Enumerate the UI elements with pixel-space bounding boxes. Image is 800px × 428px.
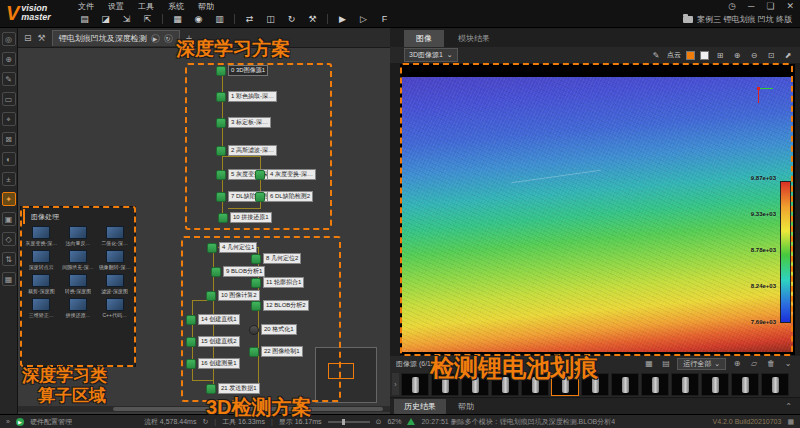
thumbnail[interactable] — [491, 373, 519, 396]
expand-icon[interactable]: » — [6, 418, 10, 425]
export-icon[interactable]: ⇱ — [141, 14, 154, 24]
thumbnail[interactable] — [761, 373, 789, 396]
location-icon[interactable]: ⊕ — [2, 52, 16, 66]
thumbnail[interactable] — [581, 373, 609, 396]
collapse-panel-icon[interactable]: ⌃ — [785, 402, 792, 411]
flow-node[interactable]: 15 创建直线2 — [186, 336, 240, 347]
fit-view-icon[interactable]: ⊞ — [714, 51, 726, 60]
operator-item[interactable]: 转换-深度图 — [61, 274, 96, 294]
flow-node[interactable]: 9 BLOB分析1 — [211, 266, 265, 277]
run-all-button[interactable]: 运行全部⌄ — [677, 358, 726, 370]
thumbnail[interactable] — [401, 373, 429, 396]
thumbnail[interactable] — [521, 373, 549, 396]
grid-view-icon[interactable]: ▦ — [643, 359, 655, 368]
color-icon[interactable]: ◐ — [2, 152, 16, 166]
scrollbar-thumb[interactable] — [113, 407, 383, 411]
minimize-button[interactable]: ─ — [748, 1, 754, 11]
thumbnail[interactable] — [731, 373, 759, 396]
display-icon[interactable]: ▦ — [2, 272, 16, 286]
operator-item[interactable]: 镜像翻转-深… — [97, 250, 132, 270]
flow-tab[interactable]: 锂电划痕凹坑及深度检测 ▶ ↻ — [52, 30, 180, 46]
tab-history-result[interactable]: 历史结果 — [394, 399, 446, 414]
logic-icon[interactable]: ◇ — [2, 232, 16, 246]
operator-item[interactable]: 裁剪-深度图 — [24, 274, 59, 294]
recognition-icon[interactable]: ⊠ — [2, 132, 16, 146]
one-to-one-icon[interactable]: ⊡ — [765, 51, 777, 60]
flow-canvas[interactable]: 0 3D图像源1 1 彩色抽取-深… 3 标定板-深… 2 高斯滤波-深… 5 … — [18, 48, 390, 414]
close-button[interactable]: ✕ — [786, 1, 794, 11]
chart-icon[interactable]: ▣ — [2, 212, 16, 226]
save-strip-icon[interactable]: ▤ — [660, 359, 672, 368]
thumbnail[interactable] — [701, 373, 729, 396]
menu-help[interactable]: 帮助 — [198, 1, 214, 12]
add-image-button[interactable]: ⊕ — [731, 359, 743, 368]
run-all-icon[interactable]: ▶ — [336, 14, 349, 24]
flow-node[interactable]: 4 灰度变换-深… — [255, 169, 316, 180]
tray-icon[interactable]: ▦ — [787, 418, 794, 426]
flow-node[interactable]: 4 几何定位1 — [207, 242, 257, 253]
function-icon[interactable]: F — [378, 14, 391, 24]
run-once-icon[interactable]: ▷ — [357, 14, 370, 24]
image-edit-icon[interactable]: ✎ — [2, 72, 16, 86]
parameter-icon[interactable]: ▥ — [213, 14, 226, 24]
camera-icon[interactable]: ◉ — [192, 14, 205, 24]
flow-node[interactable]: 11 轮廓拟合1 — [251, 277, 304, 288]
strip-scroll-button[interactable]: › — [392, 373, 399, 395]
deep-learning-icon[interactable]: ✦ — [2, 192, 16, 206]
add-flow-tab-button[interactable]: + — [186, 32, 192, 44]
operator-item[interactable]: 拼接还原… — [61, 298, 96, 318]
thumbnail[interactable] — [431, 373, 459, 396]
zoom-in-icon[interactable]: ⊕ — [731, 51, 743, 60]
render-color-swatch-orange[interactable] — [686, 51, 695, 60]
run-flow-icon[interactable]: ▶ — [151, 34, 160, 43]
zoom-slider[interactable] — [328, 421, 370, 423]
zoom-slider-knob[interactable] — [342, 419, 345, 425]
flow-node[interactable]: 14 创建直线1 — [186, 314, 240, 325]
fullscreen-icon[interactable]: ⬈ — [782, 51, 794, 60]
operator-item[interactable]: 间隙填充-深… — [61, 250, 96, 270]
flow-node[interactable]: 16 创建测量1 — [186, 358, 240, 369]
flow-node[interactable]: 1 彩色抽取-深… — [216, 91, 277, 102]
operator-item[interactable]: 法向量反… — [61, 226, 96, 246]
operator-item[interactable]: 二值化-深… — [97, 226, 132, 246]
flow-node[interactable]: 6 DL缺陷检测2 — [255, 191, 313, 202]
io-icon[interactable]: ◫ — [264, 14, 277, 24]
operator-item[interactable]: 三维矫正… — [24, 298, 59, 318]
flow-node[interactable]: 0 3D图像源1 — [216, 65, 268, 76]
measure-icon[interactable]: ⌖ — [2, 112, 16, 126]
menu-tools[interactable]: 工具 — [138, 1, 154, 12]
save-icon[interactable]: ▤ — [78, 14, 91, 24]
pencil-icon[interactable]: ✎ — [650, 51, 662, 60]
clock-icon[interactable]: ◷ — [728, 1, 736, 11]
region-icon[interactable]: ▭ — [2, 92, 16, 106]
restore-button[interactable]: ❏ — [766, 1, 774, 11]
loop-flow-icon[interactable]: ↻ — [164, 34, 173, 43]
flow-node[interactable]: 22 图像绘制1 — [249, 346, 303, 357]
canvas-minimap[interactable] — [315, 347, 377, 403]
communication-icon[interactable]: ⇄ — [243, 14, 256, 24]
hierarchy-icon[interactable]: ⊟ — [24, 33, 32, 43]
import-icon[interactable]: ⇲ — [120, 14, 133, 24]
global-loop-icon[interactable]: ↻ — [285, 14, 298, 24]
menu-file[interactable]: 文件 — [78, 1, 94, 12]
operator-item[interactable]: C++代码… — [97, 298, 132, 318]
thumbnail[interactable] — [611, 373, 639, 396]
wrench-icon[interactable]: ⚒ — [38, 33, 46, 43]
calc-icon[interactable]: ± — [2, 172, 16, 186]
open-folder-icon[interactable]: ◪ — [99, 14, 112, 24]
acquisition-icon[interactable]: ◎ — [2, 32, 16, 46]
delete-image-button[interactable]: 🗑 — [765, 359, 777, 368]
render-color-swatch-white[interactable] — [700, 51, 709, 60]
thumbnail-selected[interactable] — [551, 373, 579, 396]
operator-item[interactable]: 滤波-深度图 — [97, 274, 132, 294]
minimap-viewport[interactable] — [328, 363, 354, 379]
operator-item[interactable]: 深度转点云 — [24, 250, 59, 270]
flow-node[interactable]: 12 BLOB分析2 — [251, 300, 309, 311]
tool-icon[interactable]: ⚒ — [306, 14, 319, 24]
transfer-icon[interactable]: ⇅ — [2, 252, 16, 266]
horizontal-scrollbar[interactable] — [18, 406, 390, 412]
image-source-dropdown[interactable]: 3D图像源1⌄ — [404, 48, 458, 62]
flow-node[interactable]: 2 高斯滤波-深… — [216, 145, 277, 156]
menu-settings[interactable]: 设置 — [108, 1, 124, 12]
window-layout-icon[interactable]: ▦ — [171, 14, 184, 24]
